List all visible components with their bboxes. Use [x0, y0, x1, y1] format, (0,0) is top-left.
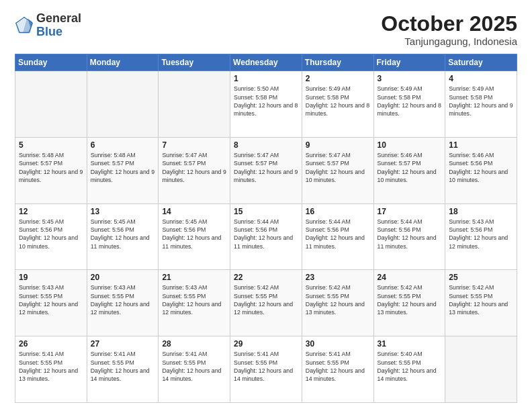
day-info: Sunrise: 5:42 AM Sunset: 5:55 PM Dayligh… — [449, 283, 513, 316]
calendar-cell — [15, 71, 87, 138]
day-info: Sunrise: 5:45 AM Sunset: 5:56 PM Dayligh… — [91, 218, 155, 250]
logo-blue-text: Blue — [36, 26, 81, 39]
calendar-cell — [159, 71, 230, 138]
calendar-week-1: 1Sunrise: 5:50 AM Sunset: 5:58 PM Daylig… — [15, 71, 517, 138]
day-number: 31 — [378, 339, 442, 349]
day-number: 8 — [234, 140, 298, 150]
day-info: Sunrise: 5:41 AM Sunset: 5:55 PM Dayligh… — [306, 350, 370, 383]
calendar-cell: 12Sunrise: 5:45 AM Sunset: 5:56 PM Dayli… — [15, 203, 87, 270]
day-number: 25 — [449, 273, 513, 282]
logo-general-text: General — [36, 12, 81, 26]
calendar-cell: 30Sunrise: 5:41 AM Sunset: 5:55 PM Dayli… — [302, 336, 373, 403]
calendar-cell: 14Sunrise: 5:45 AM Sunset: 5:56 PM Dayli… — [159, 203, 230, 270]
day-number: 6 — [91, 140, 155, 150]
day-info: Sunrise: 5:43 AM Sunset: 5:55 PM Dayligh… — [162, 283, 226, 316]
day-number: 3 — [378, 74, 442, 83]
day-info: Sunrise: 5:45 AM Sunset: 5:56 PM Dayligh… — [162, 218, 226, 250]
day-info: Sunrise: 5:47 AM Sunset: 5:57 PM Dayligh… — [306, 151, 370, 184]
calendar-title: October 2025 — [381, 12, 517, 36]
weekday-header-thursday: Thursday — [302, 54, 373, 71]
weekday-header-saturday: Saturday — [445, 54, 517, 71]
day-number: 11 — [449, 140, 513, 150]
calendar-cell: 28Sunrise: 5:41 AM Sunset: 5:55 PM Dayli… — [159, 336, 230, 403]
calendar-cell: 24Sunrise: 5:42 AM Sunset: 5:55 PM Dayli… — [373, 270, 445, 336]
calendar-cell: 19Sunrise: 5:43 AM Sunset: 5:55 PM Dayli… — [15, 270, 87, 336]
weekday-header-row: SundayMondayTuesdayWednesdayThursdayFrid… — [15, 54, 517, 71]
calendar-cell: 22Sunrise: 5:42 AM Sunset: 5:55 PM Dayli… — [230, 270, 302, 336]
day-info: Sunrise: 5:49 AM Sunset: 5:58 PM Dayligh… — [449, 85, 513, 118]
day-info: Sunrise: 5:49 AM Sunset: 5:58 PM Dayligh… — [306, 85, 370, 118]
day-number: 10 — [378, 140, 442, 150]
day-info: Sunrise: 5:47 AM Sunset: 5:57 PM Dayligh… — [234, 151, 298, 184]
day-info: Sunrise: 5:41 AM Sunset: 5:55 PM Dayligh… — [19, 350, 83, 383]
day-info: Sunrise: 5:42 AM Sunset: 5:55 PM Dayligh… — [234, 283, 298, 316]
day-number: 29 — [234, 339, 298, 349]
day-number: 16 — [306, 207, 370, 216]
day-info: Sunrise: 5:46 AM Sunset: 5:57 PM Dayligh… — [378, 151, 442, 184]
calendar-cell: 17Sunrise: 5:44 AM Sunset: 5:56 PM Dayli… — [373, 203, 445, 270]
logo-text: General Blue — [36, 12, 81, 39]
day-info: Sunrise: 5:42 AM Sunset: 5:55 PM Dayligh… — [378, 283, 442, 316]
calendar-cell: 20Sunrise: 5:43 AM Sunset: 5:55 PM Dayli… — [87, 270, 159, 336]
day-info: Sunrise: 5:45 AM Sunset: 5:56 PM Dayligh… — [19, 218, 83, 250]
calendar-cell: 23Sunrise: 5:42 AM Sunset: 5:55 PM Dayli… — [302, 270, 373, 336]
calendar-cell: 27Sunrise: 5:41 AM Sunset: 5:55 PM Dayli… — [87, 336, 159, 403]
calendar-cell: 13Sunrise: 5:45 AM Sunset: 5:56 PM Dayli… — [87, 203, 159, 270]
day-number: 15 — [234, 207, 298, 216]
calendar-cell: 25Sunrise: 5:42 AM Sunset: 5:55 PM Dayli… — [445, 270, 517, 336]
calendar-cell: 7Sunrise: 5:47 AM Sunset: 5:57 PM Daylig… — [159, 137, 230, 203]
day-info: Sunrise: 5:44 AM Sunset: 5:56 PM Dayligh… — [234, 218, 298, 250]
calendar-cell: 29Sunrise: 5:41 AM Sunset: 5:55 PM Dayli… — [230, 336, 302, 403]
day-info: Sunrise: 5:42 AM Sunset: 5:55 PM Dayligh… — [306, 283, 370, 316]
calendar-cell: 11Sunrise: 5:46 AM Sunset: 5:56 PM Dayli… — [445, 137, 517, 203]
calendar-cell: 1Sunrise: 5:50 AM Sunset: 5:58 PM Daylig… — [230, 71, 302, 138]
day-info: Sunrise: 5:48 AM Sunset: 5:57 PM Dayligh… — [91, 151, 155, 184]
calendar-week-4: 19Sunrise: 5:43 AM Sunset: 5:55 PM Dayli… — [15, 270, 517, 336]
calendar-cell: 6Sunrise: 5:48 AM Sunset: 5:57 PM Daylig… — [87, 137, 159, 203]
day-number: 27 — [91, 339, 155, 349]
day-number: 20 — [91, 273, 155, 282]
calendar-cell — [445, 336, 517, 403]
calendar-cell: 21Sunrise: 5:43 AM Sunset: 5:55 PM Dayli… — [159, 270, 230, 336]
calendar-week-2: 5Sunrise: 5:48 AM Sunset: 5:57 PM Daylig… — [15, 137, 517, 203]
weekday-header-friday: Friday — [373, 54, 445, 71]
day-info: Sunrise: 5:48 AM Sunset: 5:57 PM Dayligh… — [19, 151, 83, 184]
calendar-cell: 5Sunrise: 5:48 AM Sunset: 5:57 PM Daylig… — [15, 137, 87, 203]
day-number: 7 — [162, 140, 226, 150]
calendar-cell: 26Sunrise: 5:41 AM Sunset: 5:55 PM Dayli… — [15, 336, 87, 403]
day-info: Sunrise: 5:49 AM Sunset: 5:58 PM Dayligh… — [378, 85, 442, 118]
day-number: 4 — [449, 74, 513, 83]
calendar-cell: 2Sunrise: 5:49 AM Sunset: 5:58 PM Daylig… — [302, 71, 373, 138]
logo-icon — [15, 16, 34, 35]
weekday-header-sunday: Sunday — [15, 54, 87, 71]
day-number: 30 — [306, 339, 370, 349]
day-info: Sunrise: 5:41 AM Sunset: 5:55 PM Dayligh… — [91, 350, 155, 383]
weekday-header-tuesday: Tuesday — [159, 54, 230, 71]
calendar-cell: 3Sunrise: 5:49 AM Sunset: 5:58 PM Daylig… — [373, 71, 445, 138]
page: General Blue October 2025 Tanjungagung, … — [0, 0, 532, 411]
day-number: 14 — [162, 207, 226, 216]
day-number: 24 — [378, 273, 442, 282]
day-info: Sunrise: 5:41 AM Sunset: 5:55 PM Dayligh… — [234, 350, 298, 383]
day-info: Sunrise: 5:40 AM Sunset: 5:55 PM Dayligh… — [378, 350, 442, 383]
calendar-cell — [87, 71, 159, 138]
day-info: Sunrise: 5:44 AM Sunset: 5:56 PM Dayligh… — [378, 218, 442, 250]
calendar-cell: 8Sunrise: 5:47 AM Sunset: 5:57 PM Daylig… — [230, 137, 302, 203]
day-number: 9 — [306, 140, 370, 150]
calendar-cell: 9Sunrise: 5:47 AM Sunset: 5:57 PM Daylig… — [302, 137, 373, 203]
day-number: 22 — [234, 273, 298, 282]
weekday-header-wednesday: Wednesday — [230, 54, 302, 71]
day-info: Sunrise: 5:43 AM Sunset: 5:55 PM Dayligh… — [19, 283, 83, 316]
day-number: 23 — [306, 273, 370, 282]
title-block: October 2025 Tanjungagung, Indonesia — [381, 12, 517, 47]
calendar-week-5: 26Sunrise: 5:41 AM Sunset: 5:55 PM Dayli… — [15, 336, 517, 403]
day-number: 21 — [162, 273, 226, 282]
header: General Blue October 2025 Tanjungagung, … — [15, 12, 517, 47]
day-info: Sunrise: 5:46 AM Sunset: 5:56 PM Dayligh… — [449, 151, 513, 184]
logo: General Blue — [15, 12, 81, 39]
day-number: 1 — [234, 74, 298, 83]
calendar-week-3: 12Sunrise: 5:45 AM Sunset: 5:56 PM Dayli… — [15, 203, 517, 270]
day-info: Sunrise: 5:41 AM Sunset: 5:55 PM Dayligh… — [162, 350, 226, 383]
day-number: 19 — [19, 273, 83, 282]
day-info: Sunrise: 5:47 AM Sunset: 5:57 PM Dayligh… — [162, 151, 226, 184]
